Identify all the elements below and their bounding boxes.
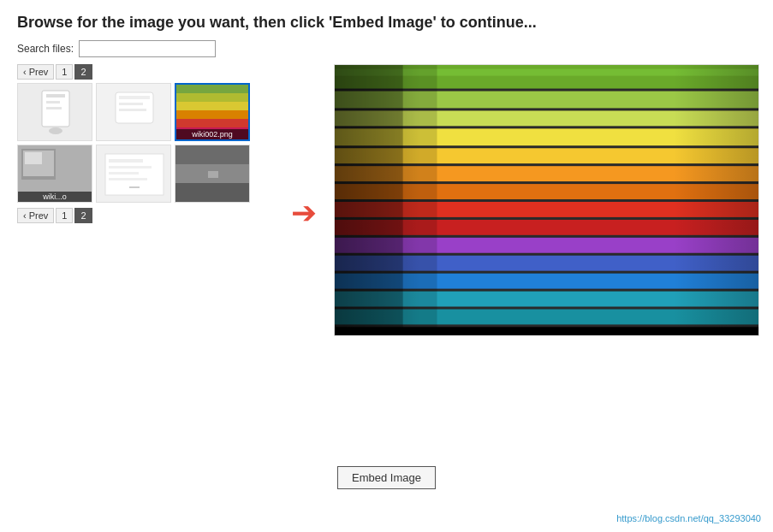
- thumbnail-item[interactable]: [96, 145, 171, 203]
- svg-rect-8: [119, 96, 150, 99]
- page2-button-bottom[interactable]: 2: [74, 208, 92, 223]
- svg-rect-25: [109, 159, 143, 163]
- page1-button-top[interactable]: 1: [56, 64, 73, 80]
- page2-button-top[interactable]: 2: [74, 64, 92, 80]
- svg-rect-29: [129, 186, 140, 188]
- pagination-bottom: ‹ Prev 1 2: [17, 208, 274, 223]
- search-label: Search files:: [17, 43, 74, 55]
- svg-rect-9: [119, 103, 143, 105]
- thumb-label-4: wiki...o: [18, 192, 92, 202]
- thumbnail-item[interactable]: [17, 83, 92, 141]
- embed-image-button[interactable]: Embed Image: [337, 466, 436, 489]
- page-title: Browse for the image you want, then clic…: [17, 14, 756, 32]
- preview-image: [335, 65, 758, 335]
- thumb-label: wiki002.png: [176, 129, 248, 139]
- thumb-image-1: [18, 84, 92, 141]
- svg-rect-26: [109, 166, 152, 168]
- right-preview: [334, 64, 759, 336]
- search-input[interactable]: [79, 40, 216, 57]
- svg-rect-3: [46, 101, 60, 103]
- thumb-image-6: [175, 145, 250, 203]
- svg-rect-35: [208, 171, 218, 178]
- embed-button-area: Embed Image: [0, 466, 773, 489]
- pagination-top: ‹ Prev 1 2: [17, 64, 274, 80]
- thumbnail-item[interactable]: [175, 145, 250, 203]
- prev-page-button-top[interactable]: ‹ Prev: [17, 64, 54, 80]
- thumbnail-item[interactable]: [96, 83, 171, 141]
- svg-rect-22: [25, 152, 42, 164]
- selection-arrow-icon: ➔: [291, 198, 317, 228]
- thumbnail-item-selected[interactable]: wiki002.png: [175, 83, 250, 141]
- svg-rect-2: [46, 94, 65, 98]
- thumbnail-grid: wiki002.png wiki...o: [17, 83, 274, 203]
- arrow-area: ➔: [291, 64, 317, 336]
- svg-rect-28: [109, 178, 147, 180]
- svg-rect-10: [119, 109, 146, 111]
- svg-point-5: [49, 127, 62, 134]
- thumb-image-5: [97, 145, 171, 203]
- page1-button-bottom[interactable]: 1: [56, 208, 73, 223]
- prev-page-button-bottom[interactable]: ‹ Prev: [17, 208, 54, 223]
- svg-rect-69: [403, 65, 437, 335]
- svg-rect-68: [335, 65, 403, 335]
- preview-image-container: [334, 64, 759, 336]
- thumbnail-item[interactable]: wiki...o: [17, 145, 92, 203]
- svg-rect-4: [46, 107, 62, 109]
- left-panel: ‹ Prev 1 2: [17, 64, 274, 336]
- url-watermark: https://blog.csdn.net/qq_33293040: [616, 513, 761, 523]
- thumb-image-2: [97, 84, 171, 141]
- svg-rect-27: [109, 172, 139, 174]
